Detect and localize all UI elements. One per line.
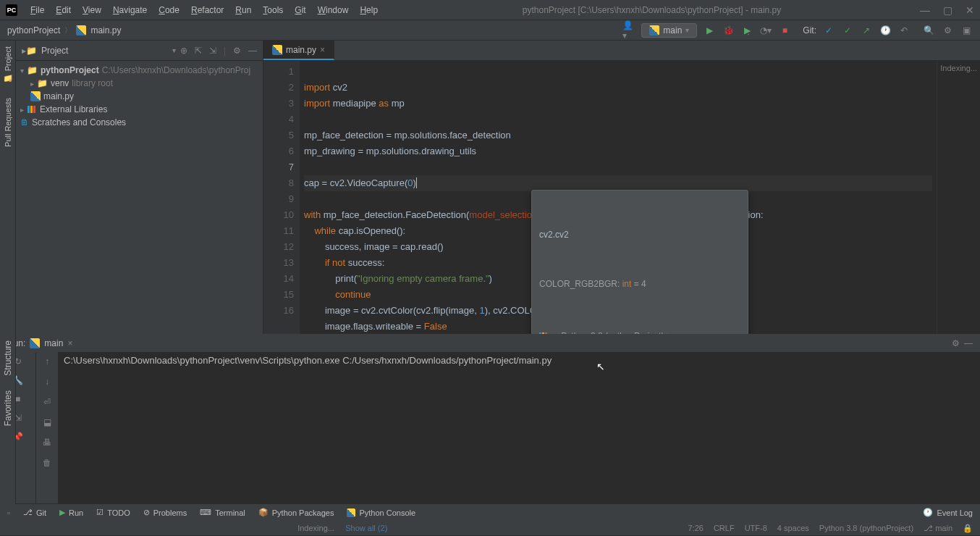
print-icon[interactable]: 🖶	[43, 437, 51, 448]
menu-refactor[interactable]: Refactor	[185, 5, 229, 15]
search-icon[interactable]: 🔍	[922, 24, 935, 37]
expand-icon[interactable]: ⇱	[195, 46, 202, 56]
menu-git[interactable]: Git	[289, 5, 311, 15]
scroll-icon[interactable]: ⬓	[43, 417, 51, 427]
git-push-icon[interactable]: ↗	[860, 24, 873, 37]
status-line-ending[interactable]: CRLF	[714, 524, 735, 532]
status-interpreter[interactable]: Python 3.8 (pythonProject)	[819, 524, 913, 532]
status-bar: Indexing... Show all (2) 7:26 CRLF UTF-8…	[0, 521, 980, 535]
svg-rect-0	[28, 106, 30, 113]
status-branch[interactable]: ⎇ main	[924, 524, 952, 533]
chevron-down-icon[interactable]: ▾	[172, 46, 176, 54]
gear-icon[interactable]: ⚙	[952, 338, 960, 348]
git-commit-icon[interactable]: ✓	[841, 24, 854, 37]
svg-rect-4	[542, 332, 544, 334]
git-history-icon[interactable]: 🕐	[879, 24, 892, 37]
tab-run[interactable]: ▶Run	[59, 508, 83, 517]
tab-python-console[interactable]: Python Console	[347, 508, 415, 517]
profiler-button[interactable]: ◔▾	[759, 24, 772, 37]
tool-window-icon[interactable]: ▫	[7, 508, 10, 517]
run-configuration-dropdown[interactable]: main ▾	[641, 23, 697, 38]
menu-help[interactable]: Help	[354, 5, 384, 15]
status-indexing: Indexing...	[297, 524, 334, 532]
close-tab-icon[interactable]: ×	[67, 338, 72, 348]
menu-view[interactable]: View	[77, 5, 107, 15]
debug-button[interactable]: 🐞	[722, 24, 735, 37]
close-tab-icon[interactable]: ×	[320, 45, 325, 55]
maximize-icon[interactable]: ▢	[943, 4, 952, 16]
project-settings-icon[interactable]: ▣	[960, 24, 973, 37]
menu-navigate[interactable]: Navigate	[107, 5, 153, 15]
status-position[interactable]: 7:26	[688, 524, 703, 532]
status-indent[interactable]: 4 spaces	[777, 524, 809, 532]
coverage-button[interactable]: ▶̣	[740, 24, 753, 37]
tab-event-log[interactable]: 🕐Event Log	[923, 508, 973, 517]
menu-window[interactable]: Window	[312, 5, 355, 15]
trash-icon[interactable]: 🗑	[43, 458, 51, 468]
python-file-icon	[30, 91, 41, 101]
tree-root[interactable]: ▾📁 pythonProject C:\Users\hxnxh\Download…	[16, 64, 263, 77]
tree-external-libs[interactable]: ▸ External Libraries	[16, 103, 263, 116]
collapse-icon[interactable]: ⇲	[209, 46, 216, 56]
tab-label: main.py	[286, 45, 316, 55]
close-icon[interactable]: ✕	[966, 4, 974, 16]
run-panel: Run: main × ⚙ — ↻ 🔧 ■ ⇲ 📌 ↑ ↓ ⏎ ⬓ 🖶 🗑 C:…	[0, 334, 980, 503]
tree-mainpy[interactable]: main.py	[16, 90, 263, 103]
git-update-icon[interactable]: ✓	[822, 24, 835, 37]
python-icon	[30, 338, 40, 348]
menu-run[interactable]: Run	[229, 5, 257, 15]
app-icon: PC	[6, 4, 17, 16]
show-all-link[interactable]: Show all (2)	[345, 524, 387, 532]
svg-rect-1	[30, 106, 33, 113]
minimize-icon[interactable]: —	[920, 4, 930, 16]
titlebar: PC File Edit View Navigate Code Refactor…	[0, 0, 980, 20]
python-file-icon	[272, 45, 282, 55]
line-gutter[interactable]: 1 2 3 4 5 6 7 8 9 10 11 12 13 14 15 16	[263, 61, 300, 334]
git-rollback-icon[interactable]: ↶	[897, 24, 911, 37]
menu-code[interactable]: Code	[153, 5, 185, 15]
tab-problems[interactable]: ⊘Problems	[143, 508, 187, 517]
library-icon	[539, 332, 549, 334]
menu-file[interactable]: File	[25, 5, 50, 15]
git-label: Git:	[803, 25, 816, 35]
target-icon[interactable]: ⊕	[180, 46, 187, 56]
tab-project[interactable]: 📁Project	[3, 46, 13, 83]
menu-tools[interactable]: Tools	[257, 5, 289, 15]
run-output[interactable]: C:\Users\hxnxh\Downloads\pythonProject\v…	[58, 352, 980, 503]
tree-scratches[interactable]: 🗎 Scratches and Consoles	[16, 116, 263, 129]
menu-edit[interactable]: Edit	[50, 5, 77, 15]
tree-venv[interactable]: ▸📁 venv library root	[16, 77, 263, 90]
stop-button[interactable]: ■	[778, 24, 791, 37]
bottom-toolbar: ▫ ⎇Git ▶Run ☑TODO ⊘Problems ⌨Terminal 📦P…	[0, 503, 980, 521]
wrap-icon[interactable]: ⏎	[43, 397, 51, 407]
python-icon	[649, 25, 659, 35]
gear-icon[interactable]: ⚙	[233, 46, 241, 56]
tab-terminal[interactable]: ⌨Terminal	[200, 508, 245, 517]
lock-icon[interactable]: 🔒	[963, 524, 973, 533]
settings-icon[interactable]: ⚙	[941, 24, 954, 37]
tab-python-packages[interactable]: 📦Python Packages	[258, 508, 334, 517]
tab-pull-requests[interactable]: Pull Requests	[4, 98, 12, 147]
hide-icon[interactable]: —	[964, 338, 973, 348]
tab-structure[interactable]: Structure	[3, 340, 13, 376]
tooltip-module: cv2.cv2	[539, 227, 740, 243]
python-file-icon	[76, 25, 86, 35]
editor-tab-main[interactable]: main.py ×	[263, 41, 334, 60]
status-encoding[interactable]: UTF-8	[745, 524, 767, 532]
run-button[interactable]: ▶	[703, 24, 716, 37]
breadcrumb-file[interactable]: main.py	[90, 25, 121, 35]
tab-git[interactable]: ⎇Git	[23, 508, 46, 517]
quickdoc-tooltip: cv2.cv2 COLOR_RGB2BGR: int = 4 < Python …	[531, 190, 748, 334]
svg-rect-5	[545, 332, 547, 334]
tab-todo[interactable]: ☑TODO	[96, 508, 130, 517]
window-title: pythonProject [C:\Users\hxnxh\Downloads\…	[384, 5, 920, 15]
hide-icon[interactable]: —	[248, 46, 257, 56]
code-editor[interactable]: import cv2 import mediapipe as mp mp_fac…	[300, 61, 937, 334]
tab-favorites[interactable]: Favorites	[3, 390, 13, 426]
user-icon[interactable]: 👤▾	[622, 24, 635, 37]
library-icon	[27, 104, 37, 114]
up-icon[interactable]: ↑	[45, 356, 49, 367]
down-icon[interactable]: ↓	[45, 377, 49, 387]
breadcrumb-project[interactable]: pythonProject	[7, 25, 60, 35]
svg-rect-3	[539, 332, 541, 334]
